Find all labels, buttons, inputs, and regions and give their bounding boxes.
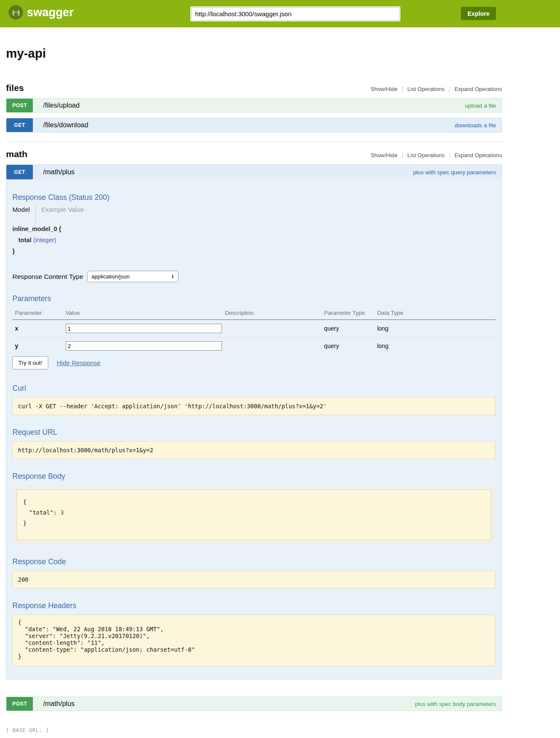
try-it-out-button[interactable]: Try it out!	[12, 356, 48, 369]
model-declaration: inline_model_0 {	[12, 226, 496, 232]
request-url-heading: Request URL	[12, 428, 496, 437]
api-title: my-api	[6, 47, 502, 61]
curl-heading: Curl	[12, 384, 496, 393]
operation-summary-link[interactable]: plus with spec body parameters	[415, 701, 496, 707]
operation-path-link[interactable]: /math/plus	[43, 168, 75, 176]
response-code-block: 200	[12, 571, 496, 589]
json-open-brace: {	[23, 497, 485, 507]
request-url-block: http://localhost:3000/math/plus?x=1&y=2	[12, 441, 496, 459]
param-x-input[interactable]	[66, 324, 222, 333]
explore-button[interactable]: Explore	[461, 7, 496, 20]
operation-path-link[interactable]: /files/upload	[43, 102, 79, 109]
content-wrap: my-api files Show/Hide List Operations E…	[6, 47, 502, 733]
brand-name: swagger	[27, 6, 74, 19]
try-row: Try it out! Hide Response	[12, 356, 496, 369]
math-section-header: math Show/Hide List Operations Expand Op…	[6, 149, 502, 159]
tab-separator	[35, 206, 36, 224]
col-parameter: Parameter	[12, 307, 66, 320]
param-name: y	[12, 337, 66, 355]
json-close-brace: }	[23, 518, 485, 529]
json-separator: :	[53, 509, 60, 516]
param-data-type: long	[377, 337, 496, 355]
files-section-header: files Show/Hide List Operations Expand O…	[6, 83, 502, 93]
operation-content: Response Class (Status 200) Model Exampl…	[6, 179, 502, 679]
tab-model[interactable]: Model	[12, 206, 30, 213]
chevron-updown-icon: ▲▼	[171, 275, 174, 278]
response-body-block: {"total": 3}	[17, 489, 491, 540]
operation-summary-link[interactable]: downloads a file	[455, 122, 496, 129]
swagger-logo[interactable]: {···} swagger	[9, 5, 74, 20]
param-y-input[interactable]	[66, 341, 222, 351]
math-section-title: math	[6, 149, 27, 159]
selected-content-type: application/json	[91, 273, 130, 280]
param-data-type: long	[377, 320, 496, 337]
method-badge-get: GET	[6, 165, 33, 179]
response-code-heading: Response Code	[12, 557, 496, 566]
base-url-footer: [ BASE URL: ]	[6, 727, 502, 733]
math-expand-operations-link[interactable]: Expand Operations	[450, 152, 502, 158]
swagger-logo-icon: {···}	[9, 5, 23, 20]
json-total-line: "total": 3	[23, 507, 485, 518]
operation-summary-link[interactable]: upload a file	[465, 102, 496, 109]
param-description	[225, 320, 324, 337]
response-body-wrapper: {"total": 3}	[12, 485, 496, 545]
method-badge-post: POST	[6, 697, 33, 711]
math-section-controls: Show/Hide List Operations Expand Operati…	[366, 152, 502, 158]
files-section-title: files	[6, 83, 24, 93]
col-data-type: Data Type	[377, 307, 496, 320]
header-bar: {···} swagger Explore	[0, 0, 560, 27]
method-badge-post: POST	[6, 99, 33, 112]
parameters-header-row: Parameter Value Description Parameter Ty…	[12, 307, 496, 320]
parameter-row-x: x query long	[12, 320, 496, 337]
operation-get-files-download[interactable]: GET /files/download downloads a file	[6, 118, 502, 132]
response-headers-heading: Response Headers	[12, 601, 496, 610]
col-parameter-type: Parameter Type	[324, 307, 377, 320]
files-list-operations-link[interactable]: List Operations	[402, 86, 449, 92]
param-type: query	[324, 320, 377, 337]
operation-summary-link[interactable]: plus with spec query parameters	[413, 169, 496, 176]
spec-url-input[interactable]	[191, 7, 400, 20]
model-tabs: Model Example Value	[12, 206, 496, 224]
operation-get-math-plus-header[interactable]: GET /math/plus plus with spec query para…	[6, 165, 502, 179]
operation-path-link[interactable]: /files/download	[43, 121, 88, 129]
hide-response-link[interactable]: Hide Response	[57, 359, 101, 366]
response-body-heading: Response Body	[12, 472, 496, 481]
section-divider	[6, 142, 502, 142]
col-value: Value	[66, 307, 225, 320]
response-content-type-label: Response Content Type	[12, 273, 83, 281]
files-show-hide-link[interactable]: Show/Hide	[366, 86, 402, 92]
files-section-controls: Show/Hide List Operations Expand Operati…	[366, 86, 502, 92]
model-property: total (integer)	[18, 237, 496, 243]
json-key: "total"	[29, 509, 53, 516]
parameter-row-y: y query long	[12, 337, 496, 355]
model-closing-brace: }	[12, 248, 496, 255]
curl-command-block: curl -X GET --header 'Accept: applicatio…	[12, 397, 496, 415]
operation-get-math-plus-expanded: GET /math/plus plus with spec query para…	[6, 164, 502, 679]
operation-post-files-upload[interactable]: POST /files/upload upload a file	[6, 98, 502, 113]
model-snippet: inline_model_0 { total (integer) }	[12, 226, 496, 255]
response-headers-block: { "date": "Wed, 22 Aug 2018 18:49:13 GMT…	[12, 615, 496, 667]
operation-path-link[interactable]: /math/plus	[43, 700, 75, 708]
tab-example-value[interactable]: Example Value	[41, 206, 84, 213]
response-class-heading: Response Class (Status 200)	[12, 193, 496, 202]
operation-post-math-plus[interactable]: POST /math/plus plus with spec body para…	[6, 697, 502, 711]
json-value: 3	[60, 509, 64, 516]
math-show-hide-link[interactable]: Show/Hide	[366, 152, 402, 158]
files-expand-operations-link[interactable]: Expand Operations	[450, 86, 502, 92]
math-list-operations-link[interactable]: List Operations	[402, 152, 449, 158]
param-type: query	[324, 337, 377, 355]
param-name: x	[12, 320, 66, 337]
response-content-type-select[interactable]: application/json ▲▼	[87, 271, 178, 282]
method-badge-get: GET	[6, 118, 33, 132]
param-description	[225, 337, 324, 355]
parameters-heading: Parameters	[12, 294, 496, 303]
parameters-table: Parameter Value Description Parameter Ty…	[12, 307, 496, 354]
response-content-type-row: Response Content Type application/json ▲…	[12, 271, 496, 282]
model-property-type: (integer)	[33, 237, 56, 243]
model-property-name: total	[18, 237, 32, 243]
col-description: Description	[225, 307, 324, 320]
